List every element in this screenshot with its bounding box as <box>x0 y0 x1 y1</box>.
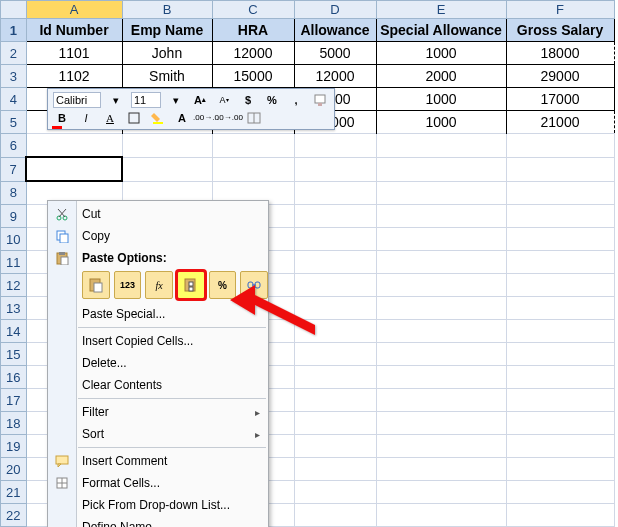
cell[interactable] <box>294 412 376 435</box>
cell[interactable] <box>506 412 614 435</box>
cell[interactable] <box>506 366 614 389</box>
font-color-icon[interactable]: A <box>173 110 191 126</box>
menu-clear[interactable]: Clear Contents <box>48 374 268 396</box>
row-header-13[interactable]: 13 <box>1 297 27 320</box>
cell[interactable] <box>294 134 376 158</box>
cell[interactable] <box>506 481 614 504</box>
row-header-6[interactable]: 6 <box>1 134 27 158</box>
row-header-19[interactable]: 19 <box>1 435 27 458</box>
cell[interactable]: Gross Salary <box>506 19 614 42</box>
cell[interactable] <box>212 157 294 181</box>
decrease-decimal-icon[interactable]: .0→.00 <box>221 110 239 126</box>
menu-insert-comment[interactable]: Insert Comment <box>48 450 268 472</box>
border-icon[interactable] <box>125 110 143 126</box>
menu-delete[interactable]: Delete... <box>48 352 268 374</box>
col-header-C[interactable]: C <box>212 1 294 19</box>
format-painter-icon[interactable] <box>311 92 329 108</box>
cell[interactable]: 1102 <box>26 65 122 88</box>
cell[interactable] <box>294 366 376 389</box>
cell[interactable] <box>294 297 376 320</box>
cell[interactable] <box>376 251 506 274</box>
cell[interactable]: Allowance <box>294 19 376 42</box>
cell[interactable] <box>376 181 506 205</box>
increase-font-icon[interactable]: A▴ <box>191 92 209 108</box>
row-header-7[interactable]: 7 <box>1 157 27 181</box>
cell[interactable] <box>294 389 376 412</box>
cell[interactable] <box>376 389 506 412</box>
cell[interactable]: 21000 <box>506 111 614 134</box>
cell[interactable] <box>122 134 212 158</box>
cell[interactable]: 1000 <box>376 111 506 134</box>
cell[interactable] <box>26 134 122 158</box>
accounting-format-icon[interactable]: $ <box>239 92 257 108</box>
cell[interactable]: HRA <box>212 19 294 42</box>
cell[interactable]: Id Number <box>26 19 122 42</box>
cell[interactable] <box>376 366 506 389</box>
decrease-font-icon[interactable]: A▾ <box>215 92 233 108</box>
row-header-2[interactable]: 2 <box>1 42 27 65</box>
col-header-F[interactable]: F <box>506 1 614 19</box>
menu-define-name[interactable]: Define Name... <box>48 516 268 527</box>
row-header-11[interactable]: 11 <box>1 251 27 274</box>
cell[interactable] <box>506 181 614 205</box>
cell[interactable] <box>376 412 506 435</box>
cell[interactable] <box>294 251 376 274</box>
cell[interactable] <box>376 458 506 481</box>
cell[interactable]: 1101 <box>26 42 122 65</box>
cell[interactable] <box>294 157 376 181</box>
row-header-21[interactable]: 21 <box>1 481 27 504</box>
cell[interactable] <box>294 205 376 228</box>
cell[interactable] <box>506 343 614 366</box>
cell[interactable] <box>506 228 614 251</box>
cell[interactable] <box>506 274 614 297</box>
cell[interactable] <box>376 504 506 527</box>
row-header-22[interactable]: 22 <box>1 504 27 527</box>
cell[interactable] <box>506 134 614 158</box>
bold-icon[interactable]: B <box>53 110 71 126</box>
increase-decimal-icon[interactable]: .00→.0 <box>197 110 215 126</box>
cell[interactable] <box>506 458 614 481</box>
cell[interactable] <box>376 134 506 158</box>
cell[interactable] <box>294 504 376 527</box>
menu-format-cells[interactable]: Format Cells... <box>48 472 268 494</box>
cell[interactable] <box>506 297 614 320</box>
cell[interactable] <box>506 320 614 343</box>
cell[interactable]: 1000 <box>376 88 506 111</box>
cell[interactable] <box>294 343 376 366</box>
cell[interactable] <box>376 435 506 458</box>
cell[interactable]: Emp Name <box>122 19 212 42</box>
cell[interactable] <box>376 228 506 251</box>
row-header-3[interactable]: 3 <box>1 65 27 88</box>
cell[interactable]: 18000 <box>506 42 614 65</box>
row-header-18[interactable]: 18 <box>1 412 27 435</box>
size-dropdown-icon[interactable]: ▾ <box>167 92 185 108</box>
row-header-10[interactable]: 10 <box>1 228 27 251</box>
cell[interactable]: Special Allowance <box>376 19 506 42</box>
menu-cut[interactable]: Cut <box>48 203 268 225</box>
cell[interactable] <box>294 320 376 343</box>
menu-paste-special[interactable]: Paste Special... <box>48 303 268 325</box>
font-dropdown-icon[interactable]: ▾ <box>107 92 125 108</box>
cell[interactable] <box>506 435 614 458</box>
cell[interactable] <box>506 205 614 228</box>
row-header-14[interactable]: 14 <box>1 320 27 343</box>
cell[interactable]: Smith <box>122 65 212 88</box>
cell[interactable] <box>506 389 614 412</box>
cell[interactable]: 17000 <box>506 88 614 111</box>
row-header-20[interactable]: 20 <box>1 458 27 481</box>
cell[interactable] <box>294 228 376 251</box>
cell[interactable]: 29000 <box>506 65 614 88</box>
row-header-15[interactable]: 15 <box>1 343 27 366</box>
menu-sort[interactable]: Sort <box>48 423 268 445</box>
cell[interactable] <box>212 134 294 158</box>
select-all-corner[interactable] <box>1 1 27 19</box>
cell[interactable] <box>294 274 376 297</box>
row-header-1[interactable]: 1 <box>1 19 27 42</box>
font-name-input[interactable] <box>53 92 101 108</box>
comma-format-icon[interactable]: , <box>287 92 305 108</box>
row-header-17[interactable]: 17 <box>1 389 27 412</box>
menu-filter[interactable]: Filter <box>48 401 268 423</box>
cell[interactable] <box>506 504 614 527</box>
paste-percent-button[interactable]: % <box>209 271 237 299</box>
cell[interactable] <box>294 481 376 504</box>
